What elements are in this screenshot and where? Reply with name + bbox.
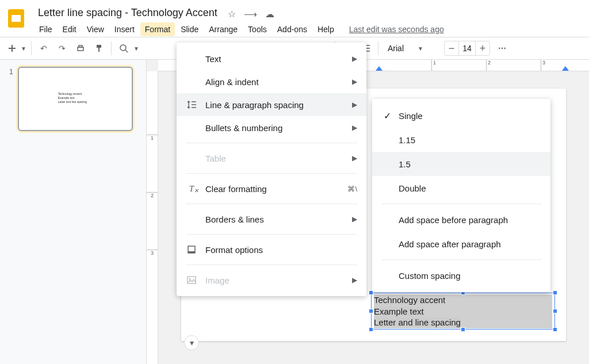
resize-handle-mr[interactable] bbox=[553, 309, 557, 313]
spacing-option-label: Add space before paragraph bbox=[399, 215, 508, 225]
format-menu-item-align-indent[interactable]: Align & indent▶ bbox=[177, 70, 366, 93]
menu-item-label: Bullets & numbering bbox=[205, 123, 282, 133]
svg-rect-6 bbox=[97, 45, 101, 48]
textbox-content[interactable]: Technology accent Example text Letter an… bbox=[372, 293, 554, 329]
submenu-arrow-icon: ▶ bbox=[352, 215, 357, 223]
paint-format-button[interactable] bbox=[90, 40, 108, 57]
menu-format[interactable]: Format bbox=[140, 22, 175, 36]
spacing-option-double[interactable]: Double bbox=[372, 176, 550, 200]
format-menu-dropdown: Text▶Align & indent▶Line & paragraph spa… bbox=[177, 43, 366, 296]
format-menu-item-clear-formatting[interactable]: T✕Clear formatting⌘\ bbox=[177, 177, 366, 200]
svg-rect-23 bbox=[188, 251, 195, 253]
spacing-option-add-space-after-paragraph[interactable]: Add space after paragraph bbox=[372, 232, 550, 256]
move-icon[interactable]: ⟶ bbox=[244, 9, 257, 20]
new-slide-button[interactable] bbox=[5, 40, 20, 57]
font-size-decrease[interactable]: − bbox=[445, 43, 458, 55]
menu-item-label: Format options bbox=[205, 245, 263, 255]
spacing-option-single[interactable]: ✓Single bbox=[372, 104, 550, 128]
submenu-arrow-icon: ▶ bbox=[352, 78, 357, 86]
spacing-option-label: 1.15 bbox=[399, 135, 415, 145]
menu-view[interactable]: View bbox=[82, 22, 109, 36]
cloud-icon[interactable]: ☁ bbox=[265, 9, 274, 20]
spacing-option-1.15[interactable]: 1.15 bbox=[372, 128, 550, 152]
undo-button[interactable]: ↶ bbox=[35, 40, 52, 57]
resize-handle-bl[interactable] bbox=[369, 327, 373, 332]
spacing-option-1.5[interactable]: 1.5 bbox=[372, 152, 550, 176]
submenu-arrow-icon: ▶ bbox=[352, 276, 357, 284]
resize-handle-br[interactable] bbox=[553, 327, 557, 332]
resize-handle-bm[interactable] bbox=[461, 327, 465, 332]
indent-marker-right[interactable] bbox=[562, 66, 569, 71]
spacing-option-label: Custom spacing bbox=[399, 271, 461, 281]
svg-rect-7 bbox=[98, 48, 100, 52]
format-menu-item-line-paragraph-spacing[interactable]: Line & paragraph spacing▶ bbox=[177, 93, 366, 116]
spacing-option-add-space-before-paragraph[interactable]: Add space before paragraph bbox=[372, 208, 550, 232]
filmstrip-panel: 1 Technology accent Example text Letter … bbox=[0, 60, 147, 364]
print-button[interactable] bbox=[72, 40, 89, 57]
menu-arrange[interactable]: Arrange bbox=[204, 22, 242, 36]
svg-point-8 bbox=[120, 45, 126, 51]
format-menu-item-bullets-numbering[interactable]: Bullets & numbering▶ bbox=[177, 116, 366, 139]
indent-marker-left[interactable] bbox=[376, 66, 383, 71]
spacing-option-label: 1.5 bbox=[399, 159, 411, 169]
svg-rect-4 bbox=[78, 47, 83, 51]
font-size-input[interactable]: 14 bbox=[458, 41, 476, 55]
font-size-increase[interactable]: + bbox=[476, 43, 489, 55]
font-family-select[interactable]: Arial ▼ bbox=[384, 44, 436, 53]
zoom-dropdown[interactable]: ▼ bbox=[133, 45, 140, 52]
submenu-arrow-icon: ▶ bbox=[352, 124, 357, 132]
last-edit-link[interactable]: Last edit was seconds ago bbox=[349, 25, 444, 34]
zoom-button[interactable] bbox=[115, 40, 132, 57]
options-icon bbox=[186, 244, 197, 255]
resize-handle-ml[interactable] bbox=[369, 309, 373, 313]
shortcut-label: ⌘\ bbox=[347, 185, 357, 193]
selected-textbox[interactable]: Technology accent Example text Letter an… bbox=[371, 293, 555, 329]
resize-handle-tr[interactable] bbox=[553, 290, 557, 295]
slides-logo[interactable] bbox=[5, 7, 28, 30]
vertical-ruler[interactable]: 1 2 3 bbox=[147, 71, 158, 364]
spacing-option-label: Add space after paragraph bbox=[399, 239, 501, 249]
submenu-arrow-icon: ▶ bbox=[352, 154, 357, 162]
spacing-option-custom-spacing[interactable]: Custom spacing bbox=[372, 263, 550, 288]
clear-icon: T✕ bbox=[186, 184, 197, 194]
font-family-label: Arial bbox=[388, 44, 404, 53]
menu-item-label: Table bbox=[205, 154, 226, 163]
slide-number: 1 bbox=[9, 67, 13, 131]
line-spacing-submenu: ✓Single1.151.5DoubleAdd space before par… bbox=[372, 99, 550, 292]
app-header: Letter line spacing - Technology Accent … bbox=[0, 0, 589, 37]
collapse-filmstrip-button[interactable]: ▾ bbox=[184, 335, 199, 350]
spacing-icon bbox=[186, 99, 197, 110]
slide-thumbnail-1[interactable]: 1 Technology accent Example text Letter … bbox=[9, 67, 137, 131]
image-icon bbox=[186, 275, 197, 285]
menu-insert[interactable]: Insert bbox=[110, 22, 139, 36]
menu-help[interactable]: Help bbox=[313, 22, 339, 36]
format-menu-item-image: Image▶ bbox=[177, 269, 366, 292]
spacing-option-label: Single bbox=[399, 111, 423, 121]
format-menu-item-borders-lines[interactable]: Borders & lines▶ bbox=[177, 208, 366, 231]
format-menu-item-table: Table▶ bbox=[177, 147, 366, 170]
format-menu-item-text[interactable]: Text▶ bbox=[177, 47, 366, 70]
spacing-option-label: Double bbox=[399, 183, 426, 193]
new-slide-dropdown[interactable]: ▼ bbox=[21, 45, 28, 52]
menu-addons[interactable]: Add-ons bbox=[273, 22, 312, 36]
menu-item-label: Line & paragraph spacing bbox=[205, 100, 304, 110]
redo-button[interactable]: ↷ bbox=[53, 40, 71, 57]
check-icon: ✓ bbox=[384, 110, 399, 121]
menu-bar: File Edit View Insert Format Slide Arran… bbox=[35, 22, 580, 36]
chevron-down-icon: ▼ bbox=[418, 45, 424, 52]
star-icon[interactable]: ☆ bbox=[228, 9, 236, 20]
menu-item-label: Image bbox=[205, 275, 230, 285]
format-menu-item-format-options[interactable]: Format options bbox=[177, 238, 366, 261]
menu-item-label: Borders & lines bbox=[205, 214, 264, 224]
menu-edit[interactable]: Edit bbox=[58, 22, 81, 36]
menu-item-label: Align & indent bbox=[205, 77, 259, 87]
submenu-arrow-icon: ▶ bbox=[352, 101, 357, 109]
font-size-control: − 14 + bbox=[444, 41, 490, 56]
menu-tools[interactable]: Tools bbox=[243, 22, 271, 36]
menu-file[interactable]: File bbox=[35, 22, 57, 36]
menu-item-label: Clear formatting bbox=[205, 184, 267, 194]
toolbar-more-button[interactable]: ⋯ bbox=[498, 44, 507, 53]
menu-slide[interactable]: Slide bbox=[176, 22, 203, 36]
document-title[interactable]: Letter line spacing - Technology Accent bbox=[35, 5, 221, 21]
menu-item-label: Text bbox=[205, 54, 221, 64]
